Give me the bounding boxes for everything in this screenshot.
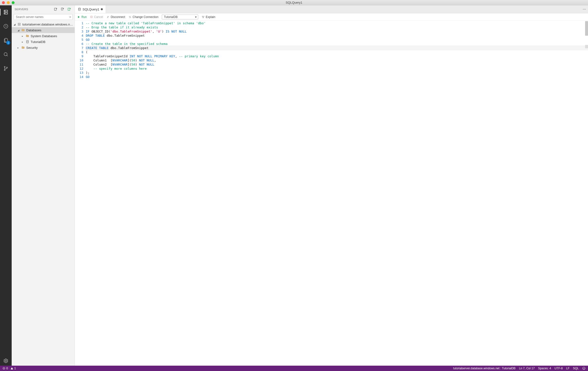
explain-button[interactable]: Explain	[202, 15, 215, 19]
tree-server-label: tutorialserver.database.windows.n…	[22, 23, 73, 26]
code-line[interactable]: Column2 [NVARCHAR](50) NOT NULL	[86, 62, 588, 67]
svg-rect-12	[68, 8, 70, 10]
error-icon	[2, 367, 5, 370]
new-query-button[interactable]	[60, 7, 65, 12]
folder-icon	[25, 34, 30, 38]
code-line[interactable]: DROP TABLE dbo.TableFromSnippet	[86, 33, 588, 38]
cancel-label: Cancel	[94, 15, 103, 19]
run-label: Run	[81, 15, 87, 19]
tree-security-node[interactable]: ▸ Security	[12, 45, 74, 51]
svg-point-22	[204, 16, 204, 17]
tree-system-databases-node[interactable]: ▸ System Databases	[12, 33, 74, 39]
status-eol[interactable]: LF	[566, 367, 569, 370]
window-title: SQLQuery1	[286, 1, 303, 4]
chevron-down-icon: ◢	[18, 29, 21, 31]
sidebar-header: SERVERS	[12, 5, 74, 13]
status-cursor[interactable]: Ln 7, Col 17	[519, 367, 535, 370]
svg-rect-14	[18, 24, 20, 25]
code-line[interactable]: -- specify more columns here	[86, 67, 588, 71]
sidebar-actions	[53, 7, 72, 12]
clear-search-button[interactable]: ×	[69, 15, 71, 19]
new-server-group-button[interactable]	[67, 7, 72, 12]
code-line[interactable]: -- Drop the table if it already exists	[86, 25, 588, 29]
tree-databases-node[interactable]: ◢ Databases	[12, 27, 74, 33]
svg-rect-11	[61, 8, 63, 10]
tree-user-db-node[interactable]: ▸ TutorialDB	[12, 39, 74, 45]
status-warnings[interactable]: 1	[10, 367, 16, 370]
unplug-icon	[106, 16, 109, 19]
activity-source-control[interactable]	[0, 64, 12, 73]
tab-sqlquery1[interactable]: SQLQuery1	[75, 5, 106, 13]
code-line[interactable]: CREATE TABLE dbo.TableFromSnippet	[86, 46, 588, 50]
code-line[interactable]: );	[86, 71, 588, 75]
status-language[interactable]: SQL	[573, 367, 579, 370]
svg-point-3	[5, 13, 5, 14]
disconnect-button[interactable]: Disconnect	[106, 15, 125, 19]
new-query-icon	[61, 7, 64, 11]
activity-history[interactable]	[0, 21, 12, 31]
run-button[interactable]: Run	[77, 15, 87, 19]
activity-explorer[interactable]: 1	[0, 35, 12, 45]
tree-system-databases-label: System Databases	[31, 34, 57, 38]
svg-point-5	[4, 53, 7, 56]
minimize-window-button[interactable]	[7, 1, 10, 4]
code-line[interactable]: Column1 [NVARCHAR](50) NOT NULL,	[86, 58, 588, 62]
code-editor[interactable]: 1234567891011121314 -- Create a new tabl…	[75, 21, 588, 366]
svg-point-2	[5, 11, 5, 11]
titlebar: SQLQuery1	[0, 0, 588, 5]
svg-point-6	[4, 67, 5, 68]
status-connection[interactable]: tutorialserver.database.windows.net : Tu…	[453, 367, 515, 370]
cancel-button[interactable]: Cancel	[90, 15, 103, 19]
code-line[interactable]: IF OBJECT_ID('dbo.TableFromSnippet', 'U'…	[86, 29, 588, 33]
folder-icon	[21, 28, 25, 32]
svg-point-19	[585, 9, 586, 10]
database-select[interactable]: TutorialDB	[162, 15, 198, 20]
tab-overflow-button[interactable]	[581, 5, 588, 13]
search-icon	[3, 52, 9, 57]
activity-search[interactable]	[0, 50, 12, 59]
svg-point-7	[4, 70, 5, 70]
status-bar: 0 1 tutorialserver.database.windows.net …	[0, 366, 588, 371]
query-toolbar: Run Cancel Disconnect Change Connection …	[75, 13, 588, 21]
status-spaces[interactable]: Spaces: 4	[538, 367, 551, 370]
change-connection-button[interactable]: Change Connection	[128, 15, 158, 19]
clock-icon	[3, 23, 9, 29]
swap-icon	[128, 16, 131, 19]
status-feedback[interactable]	[582, 367, 586, 370]
explorer-badge: 1	[6, 41, 10, 45]
svg-point-25	[583, 367, 585, 370]
sidebar-search: ×	[14, 14, 73, 20]
status-encoding[interactable]: UTF-8	[555, 367, 563, 370]
new-connection-button[interactable]	[53, 7, 58, 12]
warning-icon	[10, 367, 13, 370]
code-line[interactable]: (	[86, 50, 588, 54]
svg-rect-10	[54, 8, 56, 10]
svg-rect-20	[91, 16, 92, 18]
code-line[interactable]: -- Create a new table called 'TableFromS…	[86, 21, 588, 25]
new-connection-icon	[54, 7, 58, 11]
close-window-button[interactable]	[2, 1, 5, 4]
status-errors[interactable]: 0	[2, 367, 8, 370]
tree-server-node[interactable]: ◢ tutorialserver.database.windows.n…	[12, 21, 74, 27]
maximize-window-button[interactable]	[12, 1, 15, 4]
minimap-thumb[interactable]	[585, 21, 588, 36]
branch-icon	[3, 66, 9, 71]
svg-point-23	[203, 18, 203, 18]
editor-tabs: SQLQuery1	[75, 5, 588, 13]
search-input[interactable]	[14, 14, 73, 20]
code-line[interactable]: TableFromSnippetId INT NOT NULL PRIMARY …	[86, 54, 588, 58]
code-line[interactable]: -- Create the table in the specified sch…	[86, 42, 588, 46]
svg-point-17	[583, 9, 583, 10]
chevron-down-icon: ◢	[14, 23, 17, 26]
code-line[interactable]: GO	[86, 38, 588, 42]
code-content[interactable]: -- Create a new table called 'TableFromS…	[86, 21, 588, 366]
server-icon	[3, 10, 9, 15]
code-line[interactable]: GO	[86, 75, 588, 79]
activity-bar: 1	[0, 5, 12, 366]
graph-icon	[202, 16, 205, 19]
activity-settings[interactable]	[0, 356, 12, 366]
activity-servers[interactable]	[0, 7, 12, 17]
minimap-thumb[interactable]	[585, 45, 588, 48]
editor-minimap[interactable]	[585, 21, 588, 366]
server-icon	[17, 23, 21, 26]
